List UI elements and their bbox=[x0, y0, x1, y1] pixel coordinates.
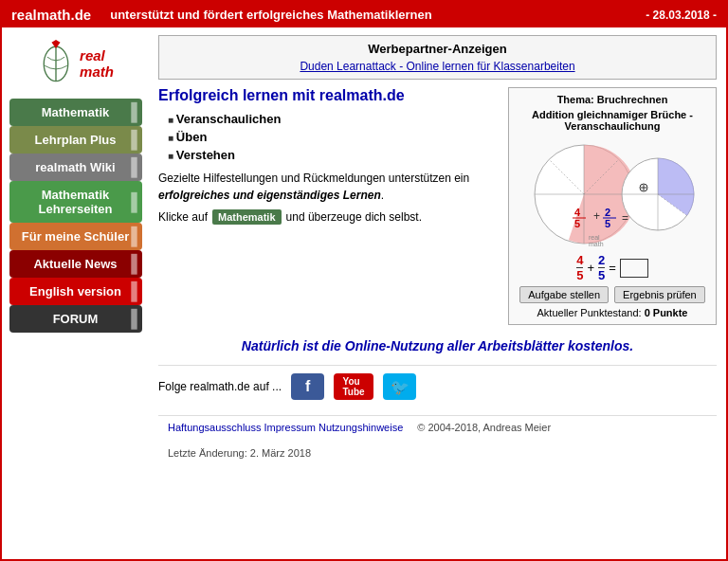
footer-link-impressum[interactable]: Impressum bbox=[264, 422, 316, 433]
nav-btn-lehrplan-plus[interactable]: Lehrplan Plus bbox=[9, 126, 142, 154]
nav-btn-für-meine-schüler[interactable]: Für meine Schüler bbox=[9, 223, 142, 250]
ad-title: Werbepartner-Anzeigen bbox=[165, 42, 710, 56]
svg-text:=: = bbox=[622, 211, 628, 225]
left-col: Erfolgreich lernen mit realmath.de Veran… bbox=[158, 87, 499, 325]
youtube-icon[interactable]: YouTube bbox=[334, 373, 373, 400]
main-layout: real math MathematikLehrplan Plusrealmat… bbox=[2, 27, 726, 539]
nav-btn-mathematik-lehrerseiten[interactable]: Mathematik Lehrerseiten bbox=[9, 181, 142, 223]
exercise-buttons: Aufgabe stellen Ergebnis prüfen bbox=[515, 286, 710, 303]
bullet-item: Verstehen bbox=[168, 148, 499, 162]
desc-text: Gezielte Hilfestellungen und Rückmeldung… bbox=[158, 170, 499, 204]
logo-leaf-icon bbox=[37, 40, 75, 87]
diagram-canvas: 4 5 + 2 5 = real math bbox=[515, 136, 710, 249]
fraction-eq-row: 4 5 + 2 5 = bbox=[515, 253, 710, 282]
svg-text:2: 2 bbox=[605, 207, 610, 218]
footer-link-haftungsausschluss[interactable]: Haftungsausschluss bbox=[168, 422, 261, 433]
answer-box bbox=[620, 259, 648, 278]
svg-text:4: 4 bbox=[574, 207, 581, 218]
footer-copyright: © 2004-2018, Andreas Meier bbox=[417, 422, 551, 433]
ad-box: Werbepartner-Anzeigen Duden Learnattack … bbox=[158, 35, 717, 80]
nav-btn-forum[interactable]: FORUM bbox=[9, 305, 142, 333]
ad-link[interactable]: Duden Learnattack - Online lernen für Kl… bbox=[165, 60, 710, 73]
nav-btn-english-version[interactable]: English version bbox=[9, 278, 142, 305]
svg-text:5: 5 bbox=[605, 218, 610, 229]
logo-text: real math bbox=[80, 47, 114, 80]
fraction-diagram: Thema: Bruchrechnen Addition gleichnamig… bbox=[508, 87, 717, 325]
facebook-icon[interactable]: f bbox=[291, 373, 324, 400]
nav-btn-realmath-wiki[interactable]: realmath Wiki bbox=[9, 154, 142, 181]
twitter-icon[interactable]: 🐦 bbox=[383, 373, 416, 400]
logo-area: real math bbox=[32, 32, 118, 95]
site-name: realmath.de bbox=[11, 7, 91, 23]
footer-link-nutzungshinweise[interactable]: Nutzungshinweise bbox=[318, 422, 403, 433]
footer: Haftungsausschluss Impressum Nutzungshin… bbox=[158, 415, 717, 464]
math-badge[interactable]: Mathematik bbox=[212, 209, 282, 225]
two-col: Erfolgreich lernen mit realmath.de Veran… bbox=[158, 87, 717, 325]
header-date: - 28.03.2018 - bbox=[646, 9, 717, 22]
click-text: Klicke auf Mathematik und überzeuge dich… bbox=[158, 209, 499, 225]
ergebnis-button[interactable]: Ergebnis prüfen bbox=[614, 286, 705, 303]
bullet-item: Üben bbox=[168, 130, 499, 144]
frac2: 2 5 bbox=[598, 253, 605, 282]
sidebar: real math MathematikLehrplan Plusrealmat… bbox=[2, 27, 149, 539]
footer-last-change: Letzte Änderung: 2. März 2018 bbox=[168, 447, 311, 459]
bullet-item: Veranschaulichen bbox=[168, 112, 499, 126]
kostenlos-text: Natürlich ist die Online-Nutzung aller A… bbox=[158, 338, 717, 353]
svg-text:real: real bbox=[589, 234, 600, 241]
svg-text:5: 5 bbox=[574, 218, 580, 229]
diagram-title2: Addition gleichnamiger Brüche - Veransch… bbox=[515, 109, 710, 132]
bullet-list: VeranschaulichenÜbenVerstehen bbox=[158, 112, 499, 162]
svg-text:math: math bbox=[589, 241, 604, 247]
social-label: Folge realmath.de auf ... bbox=[158, 380, 282, 393]
social-row: Folge realmath.de auf ... f YouTube 🐦 bbox=[158, 365, 717, 407]
main-headline: Erfolgreich lernen mit realmath.de bbox=[158, 87, 499, 104]
svg-text:+: + bbox=[593, 209, 600, 223]
diagram-title1: Thema: Bruchrechnen bbox=[515, 94, 710, 105]
frac1: 4 5 bbox=[576, 253, 583, 282]
score-text: Aktueller Punktestand: 0 Punkte bbox=[515, 307, 710, 318]
header: realmath.de unterstützt und fördert erfo… bbox=[2, 2, 726, 27]
footer-links: Haftungsausschluss Impressum Nutzungshin… bbox=[168, 422, 403, 433]
content: Werbepartner-Anzeigen Duden Learnattack … bbox=[149, 27, 726, 539]
aufgabe-button[interactable]: Aufgabe stellen bbox=[519, 286, 609, 303]
header-tagline: unterstützt und fördert erfolgreiches Ma… bbox=[110, 8, 627, 22]
nav-btn-mathematik[interactable]: Mathematik bbox=[9, 99, 142, 126]
nav-btn-aktuelle-news[interactable]: Aktuelle News bbox=[9, 250, 142, 278]
score-value: 0 Punkte bbox=[645, 307, 688, 318]
nav-buttons: MathematikLehrplan Plusrealmath WikiMath… bbox=[9, 99, 142, 333]
fraction-circles-svg: 4 5 + 2 5 = real math bbox=[518, 136, 707, 249]
